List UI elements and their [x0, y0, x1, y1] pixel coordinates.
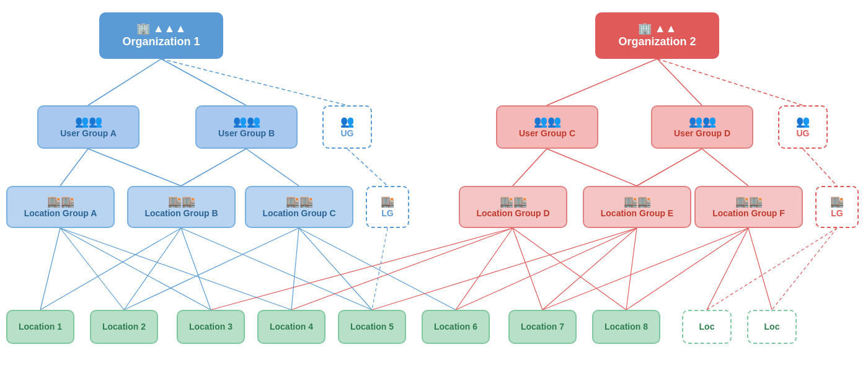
loc6-label: Location 6 [434, 322, 477, 332]
lgc-icon: 🏬🏬 [286, 196, 313, 207]
svg-line-43 [772, 228, 837, 310]
svg-line-3 [60, 149, 88, 186]
svg-line-33 [372, 228, 637, 310]
ugrd-label: UG [797, 128, 810, 139]
location-group-f-node[interactable]: 🏬🏬 Location Group F [694, 186, 803, 228]
user-group-d-node[interactable]: 👥👥 User Group D [651, 105, 753, 149]
org1-icon: 🏢 ▲▲▲ [136, 23, 186, 34]
lgrd-label: LG [831, 208, 843, 219]
lge-label: Location Group E [601, 208, 673, 219]
lg-red-dashed-node[interactable]: 🏬 LG [815, 186, 859, 228]
ugb-label: User Group B [218, 128, 275, 139]
org2-node[interactable]: 🏢 ▲▲ Organization 2 [595, 12, 719, 59]
locd2-label: Loc [764, 322, 780, 332]
svg-line-32 [513, 228, 626, 310]
loc3-label: Location 3 [189, 322, 232, 332]
ugbd-icon: 👥 [340, 116, 354, 127]
svg-line-0 [88, 59, 161, 105]
svg-line-41 [372, 228, 388, 310]
loc-dashed-2-node[interactable]: Loc [747, 310, 797, 344]
svg-line-10 [657, 59, 803, 105]
svg-line-5 [181, 149, 246, 186]
svg-line-26 [299, 228, 372, 310]
org2-icon: 🏢 ▲▲ [638, 23, 677, 34]
location-group-d-node[interactable]: 🏬🏬 Location Group D [459, 186, 567, 228]
svg-line-40 [748, 228, 772, 310]
location-7-node[interactable]: Location 7 [508, 310, 577, 344]
ugc-label: User Group C [519, 128, 575, 139]
svg-line-24 [124, 228, 299, 310]
uga-icon: 👥👥 [75, 116, 102, 127]
svg-line-13 [637, 149, 702, 186]
ugd-label: User Group D [674, 128, 730, 139]
svg-line-7 [347, 149, 388, 186]
lgd-icon: 🏬🏬 [500, 196, 527, 207]
ugd-icon: 👥👥 [689, 116, 716, 127]
location-6-node[interactable]: Location 6 [422, 310, 490, 344]
ug-blue-dashed-node[interactable]: 👥 UG [322, 105, 372, 149]
diagram-container: 🏢 ▲▲▲ Organization 1 🏢 ▲▲ Organization 2… [0, 0, 868, 378]
org1-node[interactable]: 🏢 ▲▲▲ Organization 1 [99, 12, 223, 59]
location-3-node[interactable]: Location 3 [177, 310, 245, 344]
lga-icon: 🏬🏬 [47, 196, 74, 207]
lgb-label: Location Group B [144, 208, 218, 219]
location-group-c-node[interactable]: 🏬🏬 Location Group C [245, 186, 353, 228]
ug-red-dashed-node[interactable]: 👥 UG [778, 105, 828, 149]
location-group-a-node[interactable]: 🏬🏬 Location Group A [6, 186, 115, 228]
svg-line-21 [124, 228, 181, 310]
user-group-a-node[interactable]: 👥👥 User Group A [37, 105, 140, 149]
svg-line-23 [181, 228, 372, 310]
svg-line-30 [456, 228, 513, 310]
loc-dashed-1-node[interactable]: Loc [682, 310, 732, 344]
svg-line-35 [542, 228, 637, 310]
svg-line-22 [181, 228, 211, 310]
lg-blue-dashed-node[interactable]: 🏬 LG [366, 186, 409, 228]
svg-line-20 [40, 228, 181, 310]
location-8-node[interactable]: Location 8 [592, 310, 660, 344]
ugc-icon: 👥👥 [534, 116, 561, 127]
lgd-label: Location Group D [476, 208, 549, 219]
svg-line-29 [291, 228, 513, 310]
svg-line-18 [60, 228, 211, 310]
svg-line-28 [211, 228, 513, 310]
svg-line-9 [657, 59, 702, 105]
location-group-b-node[interactable]: 🏬🏬 Location Group B [127, 186, 236, 228]
svg-line-2 [161, 59, 347, 105]
svg-line-31 [513, 228, 542, 310]
svg-line-19 [60, 228, 291, 310]
svg-line-37 [542, 228, 748, 310]
ugrd-icon: 👥 [796, 116, 810, 127]
lgb-icon: 🏬🏬 [168, 196, 195, 207]
location-group-e-node[interactable]: 🏬🏬 Location Group E [583, 186, 691, 228]
svg-line-12 [547, 149, 637, 186]
lgbd-label: LG [381, 208, 393, 219]
svg-line-34 [456, 228, 637, 310]
user-group-b-node[interactable]: 👥👥 User Group B [195, 105, 298, 149]
lga-label: Location Group A [24, 208, 97, 219]
svg-line-42 [707, 228, 837, 310]
location-2-node[interactable]: Location 2 [90, 310, 158, 344]
loc2-label: Location 2 [102, 322, 146, 332]
lge-icon: 🏬🏬 [624, 196, 651, 207]
location-5-node[interactable]: Location 5 [338, 310, 406, 344]
ugbd-label: UG [341, 128, 354, 139]
loc1-label: Location 1 [19, 322, 62, 332]
svg-line-27 [299, 228, 456, 310]
loc7-label: Location 7 [521, 322, 564, 332]
svg-line-25 [291, 228, 299, 310]
lgrd-icon: 🏬 [830, 196, 844, 207]
lgf-icon: 🏬🏬 [735, 196, 763, 207]
user-group-c-node[interactable]: 👥👥 User Group C [496, 105, 598, 149]
org2-label: Organization 2 [618, 35, 696, 49]
location-4-node[interactable]: Location 4 [257, 310, 326, 344]
lgc-label: Location Group C [262, 208, 335, 219]
location-1-node[interactable]: Location 1 [6, 310, 74, 344]
svg-line-15 [803, 149, 837, 186]
svg-line-39 [707, 228, 748, 310]
svg-line-36 [626, 228, 637, 310]
svg-line-8 [547, 59, 657, 105]
svg-line-16 [40, 228, 60, 310]
lgf-label: Location Group F [712, 208, 785, 219]
svg-line-4 [88, 149, 181, 186]
svg-line-1 [161, 59, 246, 105]
